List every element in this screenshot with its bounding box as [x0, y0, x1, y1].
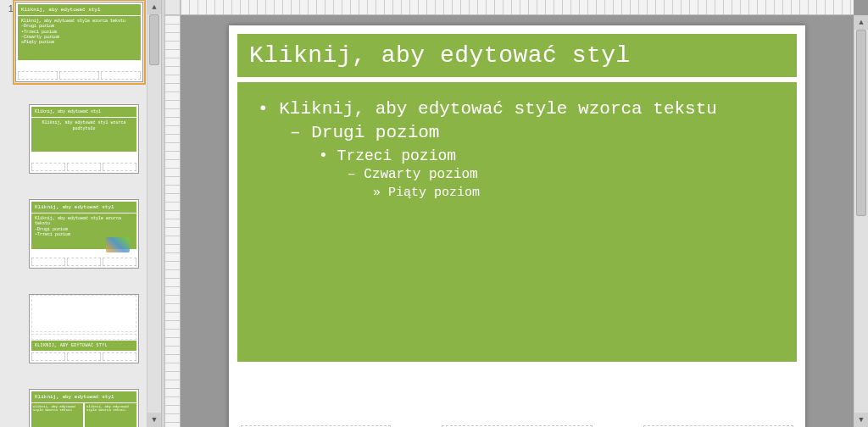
ruler-corner — [165, 0, 181, 15]
thumb-title: Kliknij, aby edytować styl — [31, 202, 136, 213]
vertical-ruler[interactable] — [165, 15, 181, 427]
bullet-level-4[interactable]: Czwarty poziom — [348, 166, 783, 185]
thumb-footer — [18, 71, 141, 80]
bullet-level-3[interactable]: Trzeci poziom — [319, 146, 783, 166]
horizontal-ruler[interactable] — [181, 0, 854, 15]
thumbnails-scrollbar[interactable]: ▲ ▼ — [147, 0, 161, 427]
thumb-body: Kliknij, aby edytować style wzorca tekst… — [18, 16, 141, 60]
thumb-subtitle — [31, 334, 136, 340]
thumb-body — [31, 295, 136, 332]
chart-icon — [106, 237, 130, 249]
thumbnail-row[interactable]: Kliknij, aby edytować styl Kliknij, aby … — [27, 104, 143, 174]
slide-editor: Kliknij, aby edytować styl Kliknij, aby … — [165, 0, 868, 427]
thumb-body: Kliknij, aby edytować styl wzorca podtyt… — [31, 118, 136, 152]
thumb-body: Kliknij, aby edytować style wzorca tekst… — [31, 214, 136, 249]
app-root: 1 Kliknij, aby edytować styl Kliknij, ab… — [0, 0, 868, 427]
thumb-title: Kliknij, aby edytować styl — [18, 4, 141, 15]
thumbnail-slide[interactable]: Kliknij, aby edytować styl Kliknij, aby … — [15, 2, 143, 82]
thumbnails-list: 1 Kliknij, aby edytować styl Kliknij, ab… — [0, 0, 147, 427]
slide-canvas[interactable]: Kliknij, aby edytować styl Kliknij, aby … — [181, 15, 854, 427]
bullet-level-1[interactable]: Kliknij, aby edytować style wzorca tekst… — [258, 97, 783, 121]
thumbnail-slide[interactable]: Kliknij, aby edytować styl Kliknij, aby … — [29, 199, 139, 269]
thumbnail-row[interactable]: Kliknij, aby edytować styl Kliknij, aby … — [27, 199, 143, 269]
scroll-down-button[interactable]: ▼ — [147, 413, 161, 427]
scroll-up-button[interactable]: ▲ — [854, 15, 868, 30]
thumbnail-number: 1 — [2, 2, 14, 14]
scroll-handle[interactable] — [856, 30, 866, 216]
scroll-up-button[interactable]: ▲ — [147, 0, 161, 14]
editor-scrollbar[interactable]: ▲ ▼ — [854, 15, 868, 427]
thumbnail-slide[interactable]: Kliknij, aby edytować styl Kliknij, aby … — [29, 104, 139, 174]
slide[interactable]: Kliknij, aby edytować styl Kliknij, aby … — [229, 25, 805, 427]
title-placeholder[interactable]: Kliknij, aby edytować styl — [237, 34, 797, 77]
thumb-footer — [31, 258, 136, 266]
scroll-track[interactable] — [147, 14, 161, 413]
thumb-footer — [31, 163, 136, 171]
scroll-handle[interactable] — [149, 14, 159, 65]
thumbnail-row[interactable]: 1 Kliknij, aby edytować styl Kliknij, ab… — [2, 2, 143, 82]
thumbnail-row[interactable]: KLIKNIJ, ABY EDYTOWAĆ STYL — [27, 294, 143, 363]
thumb-title: KLIKNIJ, ABY EDYTOWAĆ STYL — [31, 341, 136, 351]
thumb-body: Kliknij, aby edytować style wzorca tekst… — [31, 403, 136, 427]
bullet-level-5[interactable]: Piąty poziom — [373, 185, 783, 202]
thumbnail-slide[interactable]: Kliknij, aby edytować styl Kliknij, aby … — [29, 389, 139, 427]
thumb-title: Kliknij, aby edytować styl — [31, 391, 136, 402]
thumbnail-slide[interactable]: KLIKNIJ, ABY EDYTOWAĆ STYL — [29, 294, 139, 363]
scroll-down-button[interactable]: ▼ — [854, 413, 868, 427]
thumb-footer — [31, 352, 136, 361]
scroll-track[interactable] — [854, 30, 868, 413]
thumbnail-row[interactable]: Kliknij, aby edytować styl Kliknij, aby … — [27, 389, 143, 427]
content-placeholder[interactable]: Kliknij, aby edytować style wzorca tekst… — [237, 82, 797, 362]
slide-thumbnails-pane: 1 Kliknij, aby edytować styl Kliknij, ab… — [0, 0, 161, 427]
thumb-title: Kliknij, aby edytować styl — [31, 107, 136, 117]
bullet-level-2[interactable]: Drugi poziom — [290, 121, 783, 145]
